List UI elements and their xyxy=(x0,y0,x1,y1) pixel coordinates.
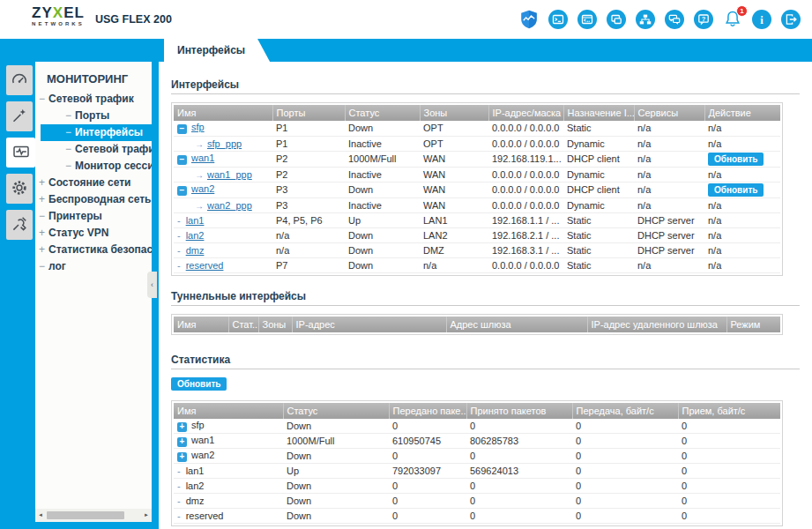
sidebar-collapse-handle[interactable]: ‹ xyxy=(147,272,157,298)
collapse-box-icon[interactable]: − xyxy=(177,124,187,134)
column-header[interactable]: Статус xyxy=(283,403,389,419)
table-row[interactable]: -lan1Up79203309756962401300 xyxy=(174,464,780,479)
column-header[interactable]: Имя xyxy=(174,317,228,332)
table-row[interactable]: -lan2n/aDownLAN2192.168.2.1 / ...StaticD… xyxy=(174,227,780,242)
table-row[interactable]: →sfp_pppP1InactiveOPT0.0.0.0 / 0.0.0.0Dy… xyxy=(174,136,780,151)
table-row[interactable]: +wan11000M/Full61095074580628578300 xyxy=(174,434,780,449)
secureporter-icon[interactable] xyxy=(518,9,540,30)
table-row[interactable]: -dmzDown0000 xyxy=(174,494,780,509)
column-header[interactable]: Зоны xyxy=(420,105,488,121)
column-header[interactable]: Адрес шлюза xyxy=(446,317,587,332)
column-header[interactable]: Действие xyxy=(704,105,780,121)
nav-configuration-tab[interactable] xyxy=(6,174,33,204)
sitemap-icon[interactable] xyxy=(635,9,656,30)
table-row[interactable]: -lan1P4, P5, P6UpLAN1192.168.1.1 / ...St… xyxy=(174,212,780,227)
column-header[interactable]: Режим xyxy=(726,317,780,332)
interface-link[interactable]: sfp xyxy=(191,122,205,132)
table-row[interactable]: -dmzn/aDownDMZ192.168.3.1 / ...StaticDHC… xyxy=(174,242,780,257)
scroll-left-arrow-icon[interactable]: ◄ xyxy=(35,509,46,522)
sidebar-item-интерфейсы[interactable]: −Интерфейсы xyxy=(41,124,152,141)
console-icon[interactable] xyxy=(577,9,598,30)
collapse-box-icon[interactable]: − xyxy=(177,155,187,165)
column-header[interactable]: Передача, байт/с xyxy=(572,403,678,419)
column-header[interactable]: IP-адрес удаленного шлюза xyxy=(587,317,726,332)
row-refresh-button[interactable]: Обновить xyxy=(708,183,764,197)
expand-box-icon[interactable]: + xyxy=(177,437,187,447)
column-header[interactable]: Назначение I... xyxy=(563,105,634,121)
tunnel-section-title: Туннельные интерфейсы xyxy=(171,290,800,302)
sidebar-item-монитор-сессий[interactable]: −Монитор сессий xyxy=(35,158,152,175)
column-header[interactable]: IP-адрес xyxy=(292,317,446,332)
table-row[interactable]: +wan2Down0000 xyxy=(174,449,780,464)
table-row[interactable]: −sfpP1DownOPT0.0.0.0 / 0.0.0.0Staticn/an… xyxy=(174,121,780,136)
table-row[interactable]: -reservedP7Downn/a0.0.0.0 / 0.0.0.0Stati… xyxy=(174,257,780,272)
column-header[interactable]: Имя xyxy=(174,105,272,121)
nav-setup-wizard-tab[interactable] xyxy=(6,101,33,131)
expand-box-icon[interactable]: + xyxy=(177,422,187,432)
column-header[interactable]: Стат... xyxy=(228,317,258,332)
column-header[interactable]: IP-адрес/маска xyxy=(488,105,563,121)
table-row[interactable]: −wan1P21000M/FullWAN192.168.119.1...DHCP… xyxy=(174,151,780,167)
nav-maintenance-tab[interactable] xyxy=(6,210,33,240)
logout-icon[interactable] xyxy=(780,9,801,30)
scrollbar-thumb[interactable] xyxy=(47,511,124,519)
sidebar-item-сетевой-трафик[interactable]: −Сетевой трафик xyxy=(35,141,152,158)
column-header[interactable]: Принято пакетов xyxy=(466,403,572,419)
info-icon[interactable]: i xyxy=(751,9,772,30)
action-cell: Обновить xyxy=(704,151,780,167)
sidebar-item-порты[interactable]: −Порты xyxy=(35,108,152,124)
interface-link[interactable]: wan1 xyxy=(191,153,214,163)
column-header[interactable]: Передано паке... xyxy=(389,403,466,419)
sidebar-item-лог[interactable]: −лог xyxy=(35,258,152,275)
interface-link[interactable]: lan2 xyxy=(186,230,205,241)
leaf-dash-icon: - xyxy=(177,495,181,506)
interface-link[interactable]: wan2 xyxy=(191,183,214,194)
interface-name-cell: +wan2 xyxy=(174,449,283,464)
interface-link[interactable]: dmz xyxy=(186,245,205,256)
interface-link[interactable]: reserved xyxy=(186,260,224,271)
cell: 0 xyxy=(678,509,780,524)
sidebar-item-статистика-безопасн[interactable]: +Статистика безопасн xyxy=(35,242,152,258)
interface-name-cell: −sfp xyxy=(174,121,272,136)
table-row[interactable]: +sfpDown0000 xyxy=(174,419,780,434)
row-refresh-button[interactable]: Обновить xyxy=(708,153,764,166)
forum-icon[interactable] xyxy=(664,9,685,30)
sidebar-item-состояние-сети[interactable]: +Состояние сети xyxy=(35,175,152,191)
cli-icon[interactable] xyxy=(548,9,569,30)
web-console-icon[interactable] xyxy=(606,9,627,30)
table-row[interactable]: →wan1_pppP2InactiveWAN0.0.0.0 / 0.0.0.0D… xyxy=(174,167,780,182)
column-header[interactable]: Имя xyxy=(174,403,283,419)
cell: n/a xyxy=(420,257,488,272)
interface-link[interactable]: sfp_ppp xyxy=(207,138,242,149)
scroll-right-arrow-icon[interactable]: ► xyxy=(141,509,152,522)
sidebar-item-label: Беспроводная сеть xyxy=(48,193,151,205)
collapse-box-icon[interactable]: − xyxy=(177,186,187,196)
column-header[interactable]: Сервисы xyxy=(634,105,704,121)
expand-box-icon[interactable]: + xyxy=(177,452,187,462)
interface-link[interactable]: wan2_ppp xyxy=(207,200,252,211)
column-header[interactable]: Прием, байт/с xyxy=(678,403,780,419)
table-row[interactable]: →wan2_pppP3InactiveWAN0.0.0.0 / 0.0.0.0D… xyxy=(174,197,780,212)
sidebar-item-принтеры[interactable]: −Принтеры xyxy=(35,208,152,225)
column-header[interactable]: Порты xyxy=(272,105,345,121)
sidebar-item-статус-vpn[interactable]: +Статус VPN xyxy=(35,225,152,242)
interface-link[interactable]: lan1 xyxy=(186,215,205,226)
table-row[interactable]: -reservedDown0000 xyxy=(174,509,780,524)
interface-name-cell: +wan1 xyxy=(174,434,283,449)
interface-link[interactable]: wan1_ppp xyxy=(207,169,252,180)
column-header[interactable]: Статус xyxy=(345,105,420,121)
nav-monitoring-tab[interactable] xyxy=(6,138,35,168)
sidebar-item-беспроводная-сеть[interactable]: +Беспроводная сеть xyxy=(35,191,152,208)
tab-interfaces[interactable]: Интерфейсы xyxy=(164,39,270,62)
notification-bell-icon[interactable]: 1 xyxy=(722,9,743,30)
help-icon[interactable]: ? xyxy=(693,9,714,30)
cell: 0.0.0.0 / 0.0.0.0 xyxy=(488,167,563,182)
sidebar-item-сетевой-трафик[interactable]: −Сетевой трафик xyxy=(35,91,152,108)
table-row[interactable]: −wan2P3DownWAN0.0.0.0 / 0.0.0.0DHCP clie… xyxy=(174,182,780,197)
nav-dashboard-tab[interactable] xyxy=(6,65,33,95)
column-header[interactable]: Зоны xyxy=(258,317,292,332)
setup-wizard-icon xyxy=(10,106,29,127)
statistics-refresh-button[interactable]: Обновить xyxy=(171,377,227,391)
cell: 1000M/Full xyxy=(345,151,420,167)
table-row[interactable]: -lan2Down0000 xyxy=(174,479,780,494)
